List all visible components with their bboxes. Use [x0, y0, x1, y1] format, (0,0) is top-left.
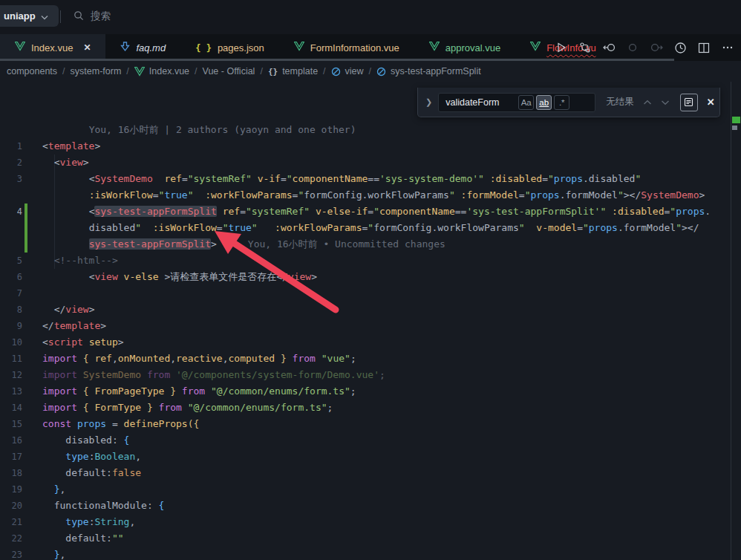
tab-approval-vue[interactable]: approval.vue	[414, 34, 515, 61]
record-time-icon[interactable]	[673, 40, 688, 55]
code-row: 5 <!--html-->	[0, 253, 731, 269]
code-row: 13import { FromPageType } from "@/common…	[0, 383, 731, 400]
vue-file-icon	[429, 42, 440, 53]
code-line[interactable]: import { FormType } from "@/common/enums…	[42, 400, 333, 416]
breadcrumb-separator: /	[195, 66, 197, 76]
code-line[interactable]: </view>	[42, 302, 94, 318]
code-line[interactable]: <script setup>	[42, 334, 124, 351]
code-row: You, 16小时前 | 2 authors (yaoyn and one ot…	[0, 122, 731, 138]
breadcrumb-item-sys-test-appformsplit[interactable]: sys-test-appFormSplit	[376, 66, 481, 76]
gutter-space	[25, 383, 27, 400]
code-line[interactable]: You, 16小时前 | 2 authors (yaoyn and one ot…	[42, 122, 356, 138]
code-line[interactable]: },	[42, 547, 65, 560]
line-number: 12	[0, 367, 22, 383]
regex-toggle[interactable]: .*	[554, 95, 569, 110]
toggle-replace-chevron[interactable]: ❯	[418, 97, 438, 107]
breadcrumb-separator: /	[260, 66, 262, 76]
code-line[interactable]: import { FromPageType } from "@/common/e…	[42, 383, 356, 400]
code-line[interactable]: disabled" :isWorkFlow="true" :workFlowPa…	[42, 220, 699, 236]
gutter-space	[25, 498, 27, 514]
line-number: 21	[0, 514, 22, 530]
gutter-space	[25, 154, 27, 171]
line-number	[0, 220, 22, 236]
code-row: 2 <view>	[0, 154, 731, 171]
line-number: 5	[0, 253, 22, 269]
code-line[interactable]: <view>	[42, 154, 89, 171]
gutter-space	[25, 187, 27, 204]
find-previous-button[interactable]	[643, 100, 652, 105]
code-line[interactable]: functionalModule: {	[42, 498, 164, 514]
breadcrumb-item-components[interactable]: components	[7, 66, 57, 76]
tab-faq-md[interactable]: faq.md	[105, 34, 180, 61]
code-line[interactable]: :isWorkFlow="true" :workFlowParams="form…	[42, 187, 705, 204]
code-line[interactable]: sys-test-appFormSplit>You, 16小时前 • Uncom…	[42, 236, 445, 253]
line-number	[0, 236, 22, 253]
split-editor-icon[interactable]	[696, 40, 711, 55]
code-line[interactable]: },	[42, 481, 65, 498]
breadcrumb: components/system-form/Index.vue/Vue - O…	[0, 61, 741, 82]
code-line[interactable]: default:false	[42, 465, 141, 481]
git-compare-icon[interactable]	[578, 40, 593, 55]
find-input-box[interactable]: Aa ab .*	[438, 93, 595, 112]
breadcrumb-separator: /	[126, 66, 128, 76]
vue-file-icon	[15, 42, 25, 53]
symbol-icon	[331, 67, 341, 76]
match-case-toggle[interactable]: Aa	[518, 95, 534, 110]
gutter-space	[25, 432, 27, 449]
line-number: 4	[0, 204, 22, 220]
line-number: 15	[0, 416, 22, 432]
breadcrumb-item-template[interactable]: {}template	[268, 66, 318, 76]
code-line[interactable]: <view v-else >请检查表单文件是否存在</view>	[42, 269, 317, 285]
code-line[interactable]: </template>	[42, 318, 106, 334]
breadcrumb-label: Vue - Official	[203, 66, 255, 76]
find-in-selection-toggle[interactable]	[680, 94, 698, 111]
find-next-button[interactable]	[661, 100, 670, 105]
command-center-search[interactable]: 搜索	[74, 8, 111, 25]
code-row: 17 type:Boolean,	[0, 449, 731, 465]
git-change-bar	[25, 204, 27, 220]
code-line[interactable]: <!--html-->	[42, 253, 118, 269]
gutter-space	[25, 138, 27, 154]
code-line[interactable]: <sys-test-appFormSplit ref="systemRef" v…	[42, 204, 711, 220]
code-line[interactable]: type:Boolean,	[42, 449, 141, 465]
code-line[interactable]: <template>	[42, 138, 100, 154]
code-line[interactable]: const props = defineProps({	[42, 416, 199, 432]
project-menu-button[interactable]: uniapp	[0, 5, 59, 27]
line-number: 16	[0, 432, 22, 449]
line-number: 7	[0, 285, 22, 302]
more-actions-icon[interactable]	[720, 40, 735, 55]
code-line[interactable]: <SystemDemo ref="systemRef" v-if="compon…	[42, 171, 641, 187]
whole-word-toggle[interactable]: ab	[536, 95, 552, 110]
close-find-icon[interactable]: ✕	[707, 97, 715, 108]
gutter-space	[25, 530, 27, 547]
gutter-space	[25, 285, 27, 302]
find-input[interactable]	[444, 97, 518, 108]
breadcrumb-item-view[interactable]: view	[331, 66, 364, 76]
code-line[interactable]: import SystemDemo from '@/components/sys…	[42, 367, 385, 383]
code-line[interactable]: import { ref,onMounted,reactive,computed…	[42, 351, 356, 367]
breadcrumb-label: components	[7, 66, 57, 76]
tab-index-vue[interactable]: Index.vue✕	[0, 34, 105, 61]
code-line[interactable]: type:String,	[42, 514, 135, 530]
code-line[interactable]: default:""	[42, 530, 124, 547]
line-number: 8	[0, 302, 22, 318]
line-number: 18	[0, 465, 22, 481]
tab-pages-json[interactable]: { }pages.json	[180, 34, 279, 61]
breadcrumb-item-index-vue[interactable]: Index.vue	[134, 66, 189, 76]
tab-forminformation-vue[interactable]: FormInformation.vue	[279, 34, 414, 61]
breadcrumb-item-system-form[interactable]: system-form	[71, 66, 122, 76]
close-tab-icon[interactable]: ✕	[83, 42, 91, 53]
line-number: 10	[0, 334, 22, 351]
gutter-space	[25, 253, 27, 269]
code-row: 22 default:""	[0, 530, 731, 547]
breadcrumb-label: system-form	[71, 66, 122, 76]
titlebar-divider	[60, 10, 61, 23]
code-line[interactable]: disabled: {	[42, 432, 129, 449]
search-icon	[74, 10, 84, 23]
run-icon[interactable]	[554, 40, 569, 55]
breadcrumb-item-vue-official[interactable]: Vue - Official	[203, 66, 255, 76]
code-row: :isWorkFlow="true" :workFlowParams="form…	[0, 187, 731, 204]
navigate-back-circle-icon[interactable]	[601, 40, 616, 55]
title-bar: uniapp 搜索	[0, 0, 741, 34]
overview-ruler[interactable]	[731, 82, 741, 560]
